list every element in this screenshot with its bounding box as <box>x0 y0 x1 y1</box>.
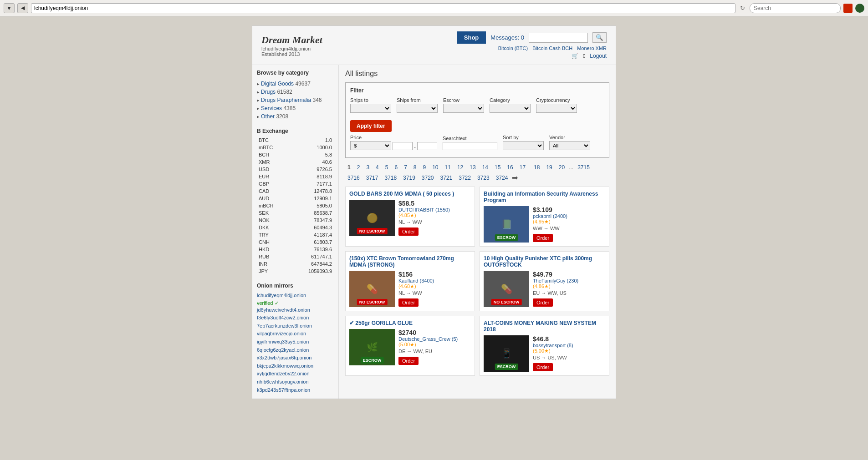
mirror-link-4[interactable]: 7ep7acrkunzdcw3l.onion <box>257 322 334 330</box>
page-link-4[interactable]: 4 <box>373 163 381 172</box>
nav-dropdown[interactable]: ▼ <box>4 3 15 13</box>
mirror-link-6[interactable]: igyifrhnwxq33sy5.onion <box>257 338 334 346</box>
mirror-link-primary[interactable]: lchudifyeqm4ldjj.onion <box>257 292 334 300</box>
messages-link[interactable]: Messages: 0 <box>490 34 524 41</box>
page-link-3[interactable]: 3 <box>364 163 372 172</box>
price-max-input[interactable] <box>417 142 437 150</box>
listing-title[interactable]: (150x) XTC Brown Tomorrowland 270mg MDMA… <box>349 255 471 268</box>
escrow-select[interactable] <box>443 104 484 113</box>
category-select[interactable] <box>490 104 531 113</box>
page-link-10[interactable]: 10 <box>430 163 440 172</box>
price-min-input[interactable] <box>393 142 413 150</box>
pagination-next[interactable]: ➡ <box>512 173 518 182</box>
order-button[interactable]: Order <box>533 234 553 242</box>
ships-from-select[interactable] <box>397 104 438 113</box>
vendor-select[interactable]: All <box>549 141 590 150</box>
escrow-badge: ESCROW <box>495 364 518 370</box>
logout-button[interactable]: Logout <box>590 53 607 59</box>
btc-link[interactable]: Bitcoin (BTC) <box>498 45 528 51</box>
page-link-7[interactable]: 7 <box>402 163 409 172</box>
listing-vendor[interactable]: bossytransport (8) <box>533 343 605 348</box>
page-link-13[interactable]: 13 <box>467 163 478 172</box>
url-bar[interactable] <box>31 3 735 13</box>
listing-title[interactable]: Building an Information Security Awarene… <box>484 191 605 203</box>
mirror-link-5[interactable]: vilpaqbrnvizecjo.onion <box>257 330 334 338</box>
order-button[interactable]: Order <box>398 357 419 365</box>
page-link-15[interactable]: 15 <box>492 163 503 172</box>
order-button[interactable]: Order <box>398 298 419 307</box>
exchange-currency: HKD <box>258 246 287 253</box>
order-button[interactable]: Order <box>533 298 553 307</box>
page-link-9[interactable]: 9 <box>421 163 429 172</box>
bch-link[interactable]: Bitcoin Cash BCH <box>532 45 572 51</box>
listing-vendor[interactable]: Kaufland (3400) <box>398 278 471 283</box>
category-link-drugs[interactable]: Drugs 61582 <box>261 89 292 95</box>
page-link-18[interactable]: 18 <box>531 163 542 172</box>
mirror-link-2[interactable]: jd6yhuwcivehvdt4.onion <box>257 306 334 314</box>
page-link-3722[interactable]: 3722 <box>456 174 473 182</box>
page-link-12[interactable]: 12 <box>455 163 465 172</box>
ships-to-select[interactable] <box>350 104 391 113</box>
crypto-select[interactable] <box>536 104 577 113</box>
page-link-3724[interactable]: 3724 <box>494 174 511 182</box>
page-link-19[interactable]: 19 <box>544 163 554 172</box>
page-link-3718[interactable]: 3718 <box>382 174 399 182</box>
sortby-select[interactable] <box>503 141 544 150</box>
page-link-3721[interactable]: 3721 <box>438 174 455 182</box>
listing-vendor[interactable]: TheFamilyGuy (230) <box>533 278 605 283</box>
listing-title[interactable]: 10 High Quality Punisher XTC pills 300mg… <box>484 255 605 268</box>
mirror-link-8[interactable]: x3x2dwb7jasax6tq.onion <box>257 354 334 362</box>
category-link-para[interactable]: Drugs Paraphernalia 346 <box>261 97 322 103</box>
listing-vendor[interactable]: DUTCHRABBIT (1550) <box>398 207 471 212</box>
cart-icon[interactable]: 🛒 <box>572 53 578 59</box>
header-search-button[interactable]: 🔍 <box>592 32 607 43</box>
page-link-8[interactable]: 8 <box>411 163 419 172</box>
mirror-link-9[interactable]: bkjcpa2klkkmowwq.onion <box>257 362 334 370</box>
back-button[interactable]: ◀ <box>17 3 28 13</box>
listing-vendor[interactable]: Deutsche_Grass_Crew (5) <box>398 336 471 342</box>
mirror-link-7[interactable]: 6qlocfg6zq2kyacl.onion <box>257 346 334 354</box>
page-link-11[interactable]: 11 <box>443 163 453 172</box>
searchtext-input[interactable] <box>443 142 497 150</box>
mirror-link-10[interactable]: xytjqdtendzeby22.onion <box>257 370 334 378</box>
page-link-5[interactable]: 5 <box>383 163 391 172</box>
page-link-6[interactable]: 6 <box>392 163 400 172</box>
listing-title[interactable]: ALT-COINS MONEY MAKING NEW SYSTEM 2018 <box>484 320 605 333</box>
page-link-17[interactable]: 17 <box>517 163 528 172</box>
shop-button[interactable]: Shop <box>457 31 486 44</box>
xmr-link[interactable]: Monero XMR <box>577 45 607 51</box>
page-link-3720[interactable]: 3720 <box>419 174 436 182</box>
mirror-link-3[interactable]: t3e6ly3uolf4zcw2.onion <box>257 314 334 322</box>
pagination-dots: ... <box>569 164 573 171</box>
page-link-3717[interactable]: 3717 <box>364 174 381 182</box>
price-currency-select[interactable]: $ <box>350 141 391 150</box>
listing-title[interactable]: GOLD BARS 200 MG MDMA ( 50 pieces ) <box>349 191 471 197</box>
reload-button[interactable]: ↻ <box>738 5 747 11</box>
listing-title[interactable]: ✔ 250gr GORILLA GLUE <box>349 320 471 326</box>
page-link-20[interactable]: 20 <box>557 163 567 172</box>
page-link-3715[interactable]: 3715 <box>575 163 592 172</box>
page-link-1[interactable]: 1 <box>345 163 353 172</box>
page-link-3723[interactable]: 3723 <box>475 174 492 182</box>
browser-search-input[interactable] <box>750 3 841 13</box>
page-link-3716[interactable]: 3716 <box>345 174 362 182</box>
apply-filter-button[interactable]: Apply filter <box>350 120 392 132</box>
category-link-other[interactable]: Other 3208 <box>261 113 288 120</box>
mirror-link-12[interactable]: k3pd243s57fftnpa.onion <box>257 386 334 394</box>
exchange-section: B Exchange BTC1.0mBTC1000.0BCH5.8XMR40.6… <box>257 128 334 275</box>
page-link-14[interactable]: 14 <box>480 163 490 172</box>
listing-body: 📱 ESCROW $46.8 bossytransport (8) (5.00★… <box>484 335 605 372</box>
page-link-16[interactable]: 16 <box>505 163 515 172</box>
header-search-input[interactable] <box>529 33 588 43</box>
listing-ship: US → US, WW <box>533 355 605 360</box>
filter-box: Filter Ships to Ships from Escrow <box>345 82 609 158</box>
page-link-2[interactable]: 2 <box>355 163 363 172</box>
order-button[interactable]: Order <box>533 363 553 371</box>
listing-vendor[interactable]: pckabml (2400) <box>533 213 605 219</box>
category-link-services[interactable]: Services 4385 <box>261 105 296 111</box>
category-link-digital[interactable]: Digital Goods 49637 <box>261 81 311 87</box>
mirror-link-11[interactable]: nhib6cwhfsoyugv.onion <box>257 378 334 386</box>
listing-image: 📗 ESCROW <box>484 206 529 243</box>
order-button[interactable]: Order <box>398 227 419 236</box>
page-link-3719[interactable]: 3719 <box>401 174 418 182</box>
